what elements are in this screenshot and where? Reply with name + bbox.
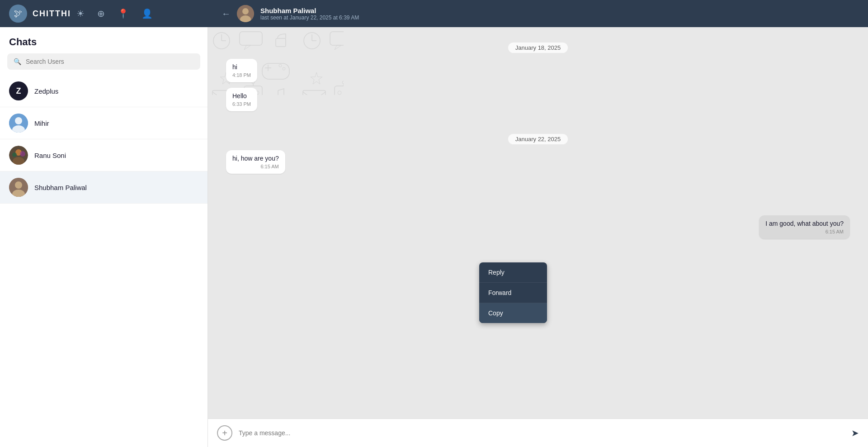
message-input-area: + ➤ bbox=[208, 418, 868, 447]
message-text-i-am-good: I am good, what about you? bbox=[765, 220, 844, 227]
chat-contact-info: Shubham Paliwal last seen at January 22,… bbox=[260, 7, 359, 21]
message-time-how-are-you: 6:15 AM bbox=[232, 164, 279, 169]
contact-avatar-zedplus: Z bbox=[9, 81, 28, 100]
message-row-hello: Hello 6:33 PM bbox=[226, 88, 850, 111]
search-input[interactable] bbox=[26, 58, 194, 65]
chat-header: ← Shubham Paliwal last seen at January 2… bbox=[217, 5, 859, 22]
svg-point-9 bbox=[20, 151, 25, 157]
message-row-i-am-good: I am good, what about you? 6:15 AM bbox=[226, 215, 850, 239]
sidebar-title: Chats bbox=[0, 27, 208, 53]
contact-name-shubham-paliwal: Shubham Paliwal bbox=[34, 184, 87, 191]
context-menu-forward[interactable]: Forward bbox=[479, 283, 547, 303]
context-menu: Reply Forward Copy bbox=[479, 262, 547, 323]
context-menu-reply[interactable]: Reply bbox=[479, 262, 547, 283]
contact-item-shubham-paliwal[interactable]: Shubham Paliwal bbox=[0, 171, 208, 204]
send-button[interactable]: ➤ bbox=[851, 428, 859, 438]
back-button[interactable]: ← bbox=[222, 9, 231, 19]
contact-avatar-mihir bbox=[9, 114, 28, 133]
sidebar: Chats 🔍 Z Zedplus bbox=[0, 27, 208, 447]
add-attachment-button[interactable]: + bbox=[217, 425, 232, 441]
contact-name-mihir: Mihir bbox=[34, 119, 49, 127]
chat-contact-name: Shubham Paliwal bbox=[260, 7, 359, 14]
contacts-list: Z Zedplus Mihir bbox=[0, 75, 208, 447]
main-layout: Chats 🔍 Z Zedplus bbox=[0, 27, 868, 447]
contact-item-zedplus[interactable]: Z Zedplus bbox=[0, 75, 208, 107]
app-logo: 🕊 bbox=[9, 5, 27, 23]
search-icon: 🔍 bbox=[14, 58, 21, 65]
message-row-hi: hi 4:18 PM bbox=[226, 59, 850, 82]
location-icon[interactable]: 📍 bbox=[118, 8, 129, 19]
message-time-hi: 4:18 PM bbox=[232, 72, 251, 78]
contact-item-mihir[interactable]: Mihir bbox=[0, 107, 208, 139]
chat-contact-status: last seen at January 22, 2025 at 6:39 AM bbox=[260, 14, 359, 21]
chat-contact-avatar bbox=[237, 5, 254, 22]
app-title: CHITTHI bbox=[33, 9, 71, 19]
message-bubble-i-am-good: I am good, what about you? 6:15 AM bbox=[759, 215, 850, 239]
add-circle-icon[interactable]: ⊕ bbox=[97, 8, 105, 19]
date-divider-jan18: January 18, 2025 bbox=[226, 43, 850, 52]
svg-point-12 bbox=[15, 181, 22, 189]
message-text-hi: hi bbox=[232, 63, 251, 71]
message-bubble-hello: Hello 6:33 PM bbox=[226, 88, 257, 111]
contact-name-zedplus: Zedplus bbox=[34, 87, 58, 95]
svg-point-4 bbox=[15, 117, 22, 124]
search-box: 🔍 bbox=[7, 53, 200, 70]
profile-icon[interactable]: 👤 bbox=[142, 8, 153, 19]
messages-container: January 18, 2025 hi 4:18 PM Hello 6:33 P… bbox=[208, 27, 868, 418]
message-input[interactable] bbox=[239, 429, 845, 437]
message-bubble-hi: hi 4:18 PM bbox=[226, 59, 257, 82]
theme-icon[interactable]: ☀ bbox=[76, 8, 85, 19]
contact-item-ranu-soni[interactable]: Ranu Soni bbox=[0, 139, 208, 171]
send-icon: ➤ bbox=[851, 428, 859, 438]
message-bubble-how-are-you: hi, how are you? 6:15 AM bbox=[226, 150, 285, 174]
message-time-hello: 6:33 PM bbox=[232, 101, 251, 107]
message-time-i-am-good: 6:15 AM bbox=[765, 229, 844, 234]
context-menu-copy[interactable]: Copy bbox=[479, 303, 547, 323]
search-container: 🔍 bbox=[0, 53, 208, 75]
nav-icons: ☀ ⊕ 📍 👤 bbox=[76, 8, 153, 19]
contact-name-ranu-soni: Ranu Soni bbox=[34, 152, 66, 159]
message-text-hello: Hello bbox=[232, 92, 251, 100]
chat-area: January 18, 2025 hi 4:18 PM Hello 6:33 P… bbox=[208, 27, 868, 447]
svg-point-1 bbox=[242, 8, 249, 14]
top-navigation: 🕊 CHITTHI ☀ ⊕ 📍 👤 ← Shubham Paliwal last… bbox=[0, 0, 868, 27]
svg-point-8 bbox=[12, 152, 17, 157]
contact-avatar-shubham-paliwal bbox=[9, 178, 28, 197]
contact-avatar-ranu-soni bbox=[9, 146, 28, 165]
nav-left-section: 🕊 CHITTHI ☀ ⊕ 📍 👤 bbox=[9, 5, 217, 23]
date-divider-jan22: January 22, 2025 bbox=[226, 135, 850, 143]
message-row-how-are-you[interactable]: hi, how are you? 6:15 AM bbox=[226, 150, 850, 174]
message-text-how-are-you: hi, how are you? bbox=[232, 155, 279, 162]
